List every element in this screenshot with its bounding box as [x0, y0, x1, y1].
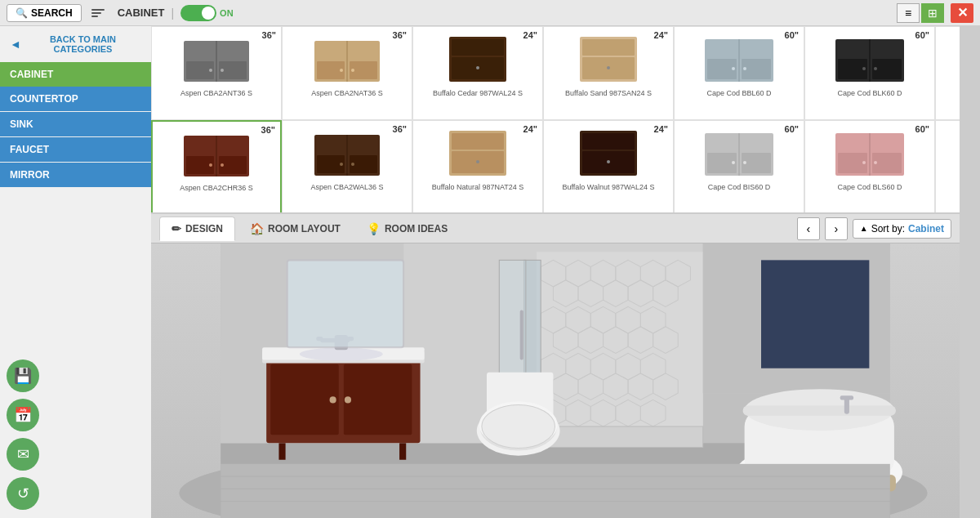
list-view-button[interactable]: ≡ [897, 3, 920, 23]
svg-point-25 [743, 67, 746, 70]
svg-point-62 [607, 160, 610, 163]
product-capecod-blk60[interactable]: 60" Cape Cod BLK60 D [804, 26, 935, 120]
size-label: 36" [261, 125, 275, 135]
svg-rect-149 [287, 260, 404, 347]
product-name: Buffalo Walnut 987WAL24 S [562, 183, 654, 192]
grid-rows: 36" Aspen CBA2ANT36 S 36" Aspen CBA2NAT3… [151, 26, 960, 214]
svg-point-10 [340, 69, 343, 72]
filter-icon [91, 9, 105, 17]
calendar-button[interactable]: 📅 [7, 399, 39, 431]
tab-design[interactable]: ✏ DESIGN [159, 217, 235, 241]
product-aspen-chr36[interactable]: 36" Aspen CBA2CHR36 S [151, 120, 282, 214]
size-label: 60" [785, 124, 799, 134]
product-buffalo-cedar[interactable]: 24" Buffalo Cedar 987WAL24 S [412, 26, 543, 120]
bathroom-svg [151, 243, 960, 518]
svg-rect-136 [270, 364, 338, 435]
sort-dropdown[interactable]: ▲ Sort by: Cabinet [853, 219, 951, 239]
product-name: Aspen CBA2WAL36 S [310, 183, 383, 192]
svg-point-48 [209, 163, 212, 167]
svg-point-154 [482, 405, 555, 449]
sidebar-item-sink[interactable]: SINK [0, 112, 151, 136]
filter-button[interactable] [88, 6, 108, 20]
toggle-container: ON [180, 5, 234, 21]
sort-area: ‹ › ▲ Sort by: Cabinet [797, 217, 951, 240]
svg-rect-59 [452, 133, 504, 150]
product-name: Cape Cod BBL60 D [706, 89, 771, 98]
svg-point-49 [220, 163, 224, 167]
toggle-switch[interactable] [180, 5, 216, 21]
product-image [286, 30, 408, 87]
main-layout: ◄ BACK TO MAIN CATEGORIES CABINET COUNTE… [0, 26, 980, 518]
left-actions: 💾 📅 ✉ ↺ [0, 351, 151, 518]
svg-rect-163 [220, 464, 890, 518]
svg-point-55 [351, 163, 354, 166]
save-button[interactable]: 💾 [7, 359, 39, 392]
product-image [678, 124, 800, 181]
product-image [808, 124, 931, 181]
svg-point-30 [862, 67, 866, 70]
section-title: CABINET [118, 7, 165, 19]
tab-room-layout[interactable]: 🏠 ROOM LAYOUT [238, 217, 352, 240]
size-label: 36" [393, 124, 407, 134]
svg-rect-63 [582, 133, 635, 150]
sidebar-item-countertop[interactable]: COUNTERTOP [0, 87, 151, 111]
sidebar-item-mirror[interactable]: MIRROR [0, 163, 151, 187]
close-button[interactable]: ✕ [951, 3, 973, 23]
svg-point-14 [476, 66, 479, 69]
search-button[interactable]: 🔍 SEARCH [7, 4, 82, 22]
back-label: BACK TO MAIN CATEGORIES [24, 34, 141, 54]
svg-point-75 [874, 161, 877, 164]
product-aspen-nat36[interactable]: 36" Aspen CBA2NAT36 S [282, 26, 412, 120]
sidebar-item-faucet[interactable]: FAUCET [0, 137, 151, 162]
product-capecod-mos60[interactable]: 60" Cape Cod MOS60 D [935, 120, 960, 214]
search-icon: 🔍 [16, 7, 28, 19]
product-capecod-gra60[interactable]: 60" Cape Cod GRA60 D [935, 26, 960, 120]
size-label: 36" [262, 30, 276, 40]
product-aspen-wal36[interactable]: 36" Aspen CBA2WAL36 S [282, 120, 412, 214]
view-toggle: ≡ ⊞ [897, 3, 944, 23]
next-button[interactable]: › [825, 217, 848, 240]
svg-point-139 [345, 396, 351, 403]
product-name: Cape Cod BLK60 D [837, 89, 902, 98]
svg-point-58 [476, 160, 479, 163]
size-label: 24" [654, 124, 668, 134]
size-label: 24" [523, 124, 537, 134]
product-capecod-bls60[interactable]: 60" Cape Cod BLS60 D [804, 120, 935, 214]
product-name: Buffalo Natural 987NAT24 S [432, 183, 524, 192]
sidebar-search-area: ◄ BACK TO MAIN CATEGORIES [0, 26, 151, 62]
divider: | [171, 7, 174, 20]
product-name: Aspen CBA2NAT36 S [311, 89, 382, 98]
product-image [547, 30, 670, 87]
product-image [939, 30, 960, 87]
product-name: Cape Cod BLS60 D [837, 183, 902, 192]
prev-button[interactable]: ‹ [797, 217, 820, 240]
size-label: 36" [393, 30, 407, 40]
search-label: SEARCH [31, 7, 73, 19]
sidebar-item-cabinet[interactable]: CABINET [0, 62, 151, 87]
svg-rect-162 [840, 395, 853, 400]
product-buffalo-natural[interactable]: 24" Buffalo Natural 987NAT24 S [412, 120, 543, 214]
back-arrow-icon: ◄ [10, 38, 21, 51]
product-capecod-bbl60[interactable]: 60" Cape Cod BBL60 D [674, 26, 804, 120]
svg-rect-141 [278, 443, 285, 459]
tab-room-ideas[interactable]: 💡 ROOM IDEAS [355, 217, 459, 240]
design-icon: ✏ [172, 222, 181, 235]
email-button[interactable]: ✉ [7, 438, 39, 471]
toggle-label: ON [220, 8, 234, 18]
product-buffalo-walnut[interactable]: 24" Buffalo Walnut 987WAL24 S [543, 120, 674, 214]
svg-rect-133 [761, 260, 869, 368]
product-buffalo-sand[interactable]: 24" Buffalo Sand 987SAN24 S [543, 26, 674, 120]
svg-point-24 [732, 67, 735, 70]
design-section: ✏ DESIGN 🏠 ROOM LAYOUT 💡 ROOM IDEAS ‹ › … [151, 214, 960, 518]
sidebar: ◄ BACK TO MAIN CATEGORIES CABINET COUNTE… [0, 26, 151, 518]
tab-design-label: DESIGN [185, 223, 223, 234]
product-aspen-ant36[interactable]: 36" Aspen CBA2ANT36 S [151, 26, 282, 120]
tab-room-layout-label: ROOM LAYOUT [268, 223, 341, 234]
category-list: CABINET COUNTERTOP SINK FAUCET MIRROR [0, 62, 151, 188]
sort-label: Sort by: [871, 223, 905, 234]
refresh-button[interactable]: ↺ [7, 477, 39, 510]
grid-view-button[interactable]: ⊞ [921, 3, 944, 23]
product-capecod-bis60[interactable]: 60" Cape Cod BIS60 D [674, 120, 804, 214]
size-label: 24" [523, 30, 537, 40]
back-to-categories-button[interactable]: ◄ BACK TO MAIN CATEGORIES [5, 31, 146, 57]
